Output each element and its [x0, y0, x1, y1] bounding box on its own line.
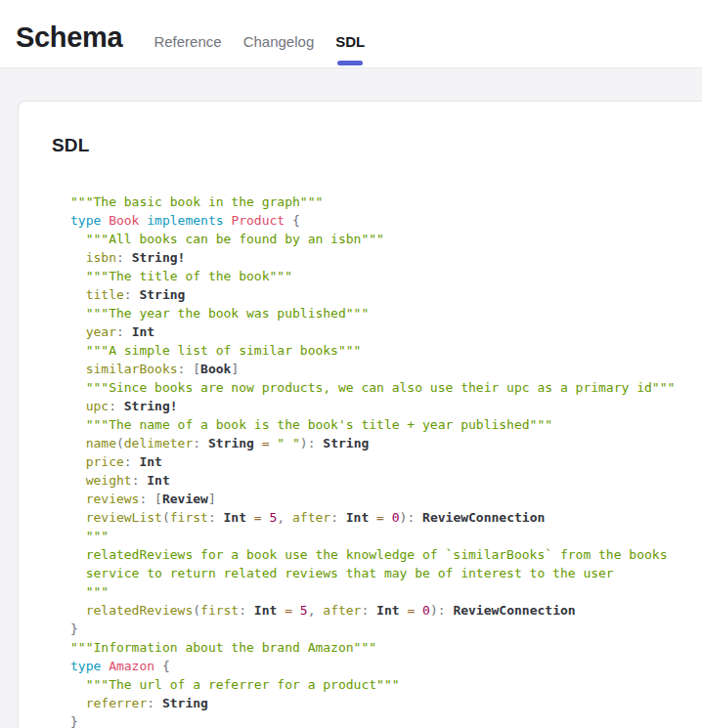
code-line: similarBooks: [Book]: [70, 360, 702, 378]
tab-changelog-label: Changelog: [243, 33, 315, 50]
code-line: name(delimeter: String = " "): String: [70, 434, 702, 452]
code-line: relatedReviews for a book use the knowle…: [70, 545, 702, 564]
code-line: type Amazon {: [70, 657, 702, 675]
sdl-card: SDL """The basic book in the graph"""typ…: [18, 101, 702, 728]
code-line: """The url of a referrer for a product""…: [70, 675, 702, 694]
code-line: service to return related reviews that m…: [70, 564, 702, 582]
code-line: """: [70, 582, 702, 601]
sdl-heading: SDL: [52, 135, 702, 156]
code-line: """The year the book was published""": [70, 304, 702, 322]
tab-sdl-label: SDL: [335, 33, 365, 50]
tab-reference[interactable]: Reference: [154, 0, 221, 67]
code-line: upc: String!: [70, 397, 702, 415]
tab-sdl[interactable]: SDL: [335, 0, 365, 67]
sdl-code-block: """The basic book in the graph"""type Bo…: [70, 193, 702, 728]
page-title: Schema: [16, 14, 122, 54]
schema-header: Schema Reference Changelog SDL: [0, 0, 702, 68]
code-line: """The basic book in the graph""": [70, 193, 702, 211]
active-tab-underline: [337, 61, 363, 65]
code-line: isbn: String!: [70, 248, 702, 267]
code-line: }: [70, 620, 702, 638]
code-line: """The title of the book""": [70, 267, 702, 285]
schema-page: Schema Reference Changelog SDL SDL """Th…: [0, 0, 702, 728]
code-line: type Book implements Product {: [70, 211, 702, 230]
code-line: """A simple list of similar books""": [70, 341, 702, 360]
code-line: """Since books are now products, we can …: [70, 378, 702, 397]
code-line: year: Int: [70, 322, 702, 341]
code-line: weight: Int: [70, 471, 702, 490]
code-line: """The name of a book is the book's titl…: [70, 415, 702, 434]
code-line: reviews: [Review]: [70, 490, 702, 508]
page-body: SDL """The basic book in the graph"""typ…: [0, 68, 702, 728]
code-line: referrer: String: [70, 694, 702, 712]
code-line: }: [70, 712, 702, 728]
code-line: title: String: [70, 285, 702, 304]
code-line: """All books can be found by an isbn""": [70, 230, 702, 248]
tab-reference-label: Reference: [154, 33, 221, 50]
code-line: price: Int: [70, 452, 702, 471]
code-line: """Information about the brand Amazon""": [70, 638, 702, 657]
code-line: """: [70, 527, 702, 545]
code-line: relatedReviews(first: Int = 5, after: In…: [70, 601, 702, 620]
schema-tabs: Reference Changelog SDL: [154, 0, 365, 67]
code-line: reviewList(first: Int = 5, after: Int = …: [70, 508, 702, 527]
tab-changelog[interactable]: Changelog: [243, 0, 315, 67]
